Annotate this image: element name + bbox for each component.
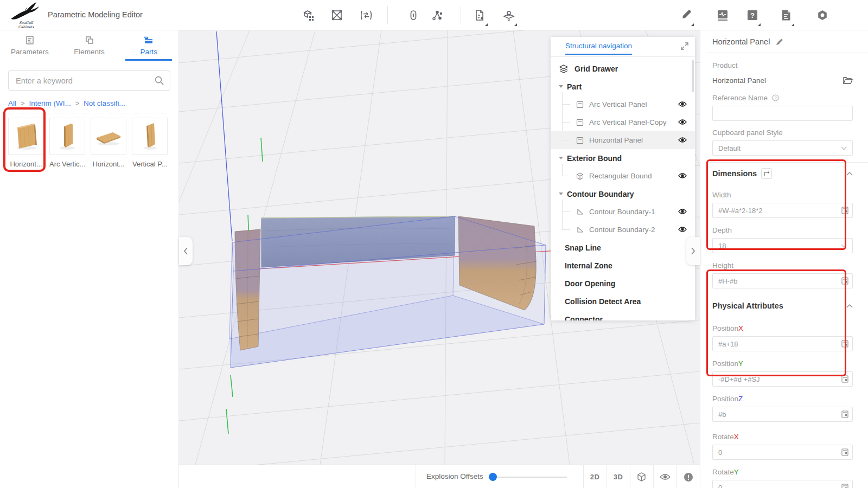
formula-calc-icon[interactable] <box>841 207 848 214</box>
position-y-input[interactable] <box>712 371 853 387</box>
visibility-button[interactable] <box>653 465 676 488</box>
formula-calc-icon[interactable] <box>841 484 848 488</box>
eye-icon[interactable] <box>678 172 687 179</box>
tree-section-snap-line[interactable]: Snap Line <box>551 239 695 256</box>
swap-arrows-icon[interactable] <box>360 9 373 22</box>
tree-item-arc-vertical-panel-copy[interactable]: Arc Vertical Panel-Copy <box>551 113 695 131</box>
formula-calc-icon[interactable] <box>841 277 848 285</box>
part-item-vertical-panel[interactable]: Vertical P... <box>132 118 168 168</box>
collapse-right-panel-handle[interactable] <box>686 237 700 265</box>
component-blocks-icon[interactable] <box>302 9 315 22</box>
depth-select[interactable]: 18 <box>712 238 853 253</box>
eye-icon[interactable] <box>678 101 687 107</box>
settings-nut-icon[interactable] <box>816 9 829 22</box>
formula-calc-icon[interactable] <box>841 375 848 383</box>
help-icon[interactable]: ? <box>746 9 759 22</box>
formula-calc-icon[interactable] <box>841 340 848 348</box>
tree-section-exterior-bound[interactable]: Exterior Bound <box>551 149 695 167</box>
breadcrumb-interim[interactable]: Interim (WI... <box>29 99 71 107</box>
eye-icon[interactable] <box>678 137 687 143</box>
tree-group-exterior: Rectangular Bound <box>551 167 695 185</box>
tree-group-part: Arc Vertical Panel Arc Vertical Panel-Co… <box>551 95 695 149</box>
collapse-left-sidebar-handle[interactable] <box>179 237 193 265</box>
tab-parts[interactable]: Parts <box>119 30 178 61</box>
app-header: SeaGull Cabinets Parametric Modeling Edi… <box>0 0 868 30</box>
tree-section-collision-detect-area[interactable]: Collision Detect Area <box>551 292 695 310</box>
height-input[interactable] <box>712 273 853 288</box>
tree-item-arc-vertical-panel[interactable]: Arc Vertical Panel <box>551 95 695 113</box>
edit-pencil-icon[interactable] <box>679 9 692 22</box>
explosion-slider-track[interactable] <box>488 477 567 478</box>
help-circle-icon[interactable]: ? <box>772 94 779 101</box>
tree-item-contour-boundary-1[interactable]: Contour Boundary-1 <box>551 203 695 221</box>
rotate-x-field <box>712 445 853 460</box>
chevron-up-icon[interactable] <box>846 304 853 308</box>
tree-section-door-opening[interactable]: Door Opening <box>551 274 695 292</box>
formula-calc-icon[interactable] <box>841 410 848 418</box>
dimensions-section-header[interactable]: Dimensions <box>712 168 853 179</box>
width-input[interactable] <box>712 203 853 218</box>
structural-navigation-tab[interactable]: Structural navigation <box>565 42 632 55</box>
breadcrumb-not-classified[interactable]: Not classifi... <box>84 99 125 107</box>
position-z-input[interactable] <box>712 407 853 422</box>
nodes-graph-icon[interactable] <box>431 9 444 22</box>
caret-down-icon[interactable] <box>559 85 563 88</box>
part-item-arc-vertical-panel[interactable]: Arc Vertic... <box>49 118 85 168</box>
breadcrumb-all[interactable]: All <box>8 99 16 107</box>
position-z-field <box>712 407 853 422</box>
part-item-horizontal-panel[interactable]: Horizont... <box>8 118 44 168</box>
cupboard-style-select[interactable]: Default <box>712 140 853 156</box>
rotate-y-input[interactable] <box>712 480 853 488</box>
view-3d-button[interactable]: 3D <box>607 465 630 488</box>
expand-panel-icon[interactable] <box>681 42 688 50</box>
tree-section-contour-boundary[interactable]: Contour Boundary <box>551 185 695 203</box>
contour-icon <box>576 208 584 216</box>
eye-icon[interactable] <box>678 226 687 233</box>
tree-item-horizontal-panel[interactable]: Horizontal Panel <box>551 131 695 149</box>
eye-icon[interactable] <box>678 208 687 215</box>
document-new-icon[interactable] <box>473 9 486 22</box>
divider <box>707 162 868 163</box>
rotate-x-input[interactable] <box>712 445 853 460</box>
part-item-horizontal-panel-flat[interactable]: Horizont... <box>91 118 126 168</box>
properties-panel: Horizontal Panel Product Horizontal Pane… <box>700 30 868 488</box>
tree-item-contour-boundary-2[interactable]: Contour Boundary-2 <box>551 221 695 239</box>
divider <box>416 465 416 488</box>
physical-attributes-section-header[interactable]: Physical Attributes <box>712 301 853 310</box>
eye-icon[interactable] <box>678 119 687 125</box>
monitor-activity-icon[interactable] <box>716 9 729 22</box>
reference-name-label: Reference Name ? <box>712 94 853 102</box>
structure-tree: Grid Drawer Part Arc Vertical Panel <box>551 57 695 320</box>
position-x-label: PositionX <box>712 324 853 332</box>
tree-item-grid-drawer[interactable]: Grid Drawer <box>551 60 695 78</box>
folder-open-icon[interactable] <box>843 76 853 85</box>
tree-section-connector[interactable]: Connector <box>551 310 695 320</box>
position-x-input[interactable] <box>712 336 853 351</box>
tab-parameters[interactable]: Parameters <box>0 30 60 61</box>
link-icon[interactable] <box>407 9 420 22</box>
elements-icon <box>85 35 94 45</box>
explosion-slider-handle[interactable] <box>489 473 497 481</box>
tree-item-rectangular-bound[interactable]: Rectangular Bound <box>551 167 695 185</box>
svg-text:?: ? <box>750 11 755 20</box>
pattern-icon[interactable] <box>330 9 343 22</box>
search-icon[interactable] <box>154 75 164 86</box>
warnings-button[interactable] <box>676 465 700 488</box>
view-2d-button[interactable]: 2D <box>583 465 607 488</box>
tab-elements[interactable]: Elements <box>60 30 119 61</box>
caret-down-icon[interactable] <box>559 192 563 195</box>
publish-layer-icon[interactable] <box>502 9 515 22</box>
caret-down-icon[interactable] <box>559 157 563 159</box>
chevron-up-icon[interactable] <box>846 172 853 176</box>
rename-pencil-icon[interactable] <box>775 38 783 46</box>
search-input[interactable] <box>8 70 170 91</box>
formula-calc-icon[interactable] <box>841 448 848 456</box>
reference-name-input[interactable] <box>712 106 853 121</box>
bounding-box-toggle-button[interactable] <box>630 465 653 488</box>
document-icon[interactable] <box>780 9 793 22</box>
tree-section-internal-zone[interactable]: Internal Zone <box>551 256 695 274</box>
viewport-bottom-bar: Explosion Offsets 2D 3D <box>179 465 700 488</box>
dimension-link-icon[interactable] <box>761 168 772 179</box>
tree-section-part[interactable]: Part <box>551 78 695 95</box>
part-thumbnail <box>49 118 85 155</box>
